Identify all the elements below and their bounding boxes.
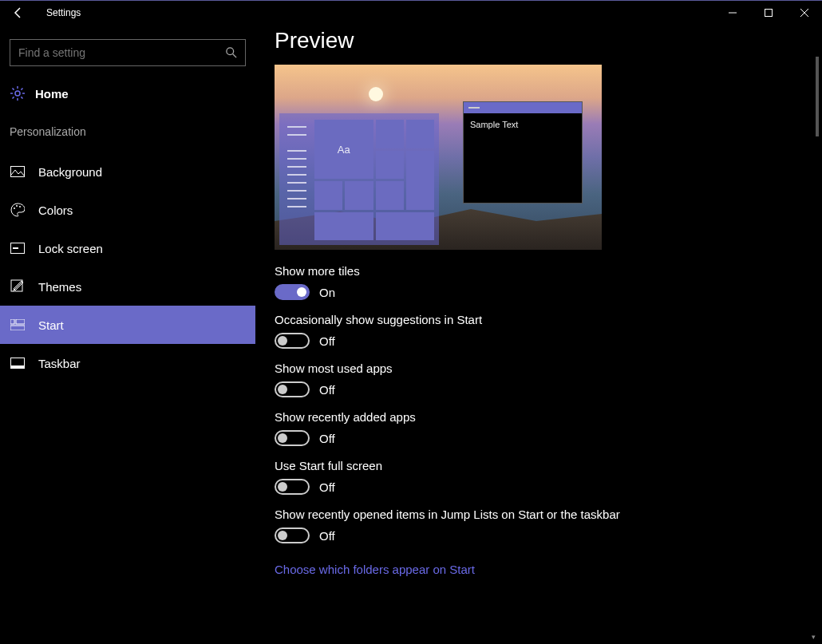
sidebar-item-label: Lock screen: [38, 242, 103, 255]
scroll-down-icon[interactable]: ▾: [812, 633, 820, 641]
toggle-full-screen[interactable]: [275, 479, 310, 495]
toggle-label-recently-added: Show recently added apps: [275, 410, 822, 424]
svg-rect-20: [13, 247, 18, 249]
preview-start-menu: Aa: [279, 113, 439, 245]
gear-icon: [10, 85, 26, 101]
preview-sample-window: Sample Text: [463, 101, 583, 203]
svg-rect-15: [11, 167, 25, 177]
toggle-label-more-tiles: Show more tiles: [275, 264, 822, 278]
maximize-icon: [765, 9, 773, 17]
scrollbar-thumb[interactable]: [816, 57, 819, 136]
toggle-jump-lists[interactable]: [275, 527, 310, 543]
sidebar-item-start[interactable]: Start: [0, 306, 255, 344]
palette-icon: [10, 202, 26, 218]
page-heading: Preview: [275, 28, 822, 53]
svg-line-11: [13, 89, 14, 90]
minimize-button[interactable]: [714, 1, 750, 25]
close-button[interactable]: [786, 1, 822, 25]
svg-rect-23: [16, 319, 25, 324]
sidebar: Home Personalization Background Colors L…: [0, 25, 255, 644]
toggle-label-suggestions: Occasionally show suggestions in Start: [275, 313, 822, 326]
back-button[interactable]: [6, 1, 30, 25]
toggle-state: Off: [319, 383, 335, 397]
toggle-state: Off: [319, 529, 335, 543]
window-title: Settings: [46, 7, 81, 18]
svg-point-6: [15, 91, 20, 96]
toggle-recently-added[interactable]: [275, 430, 310, 446]
picture-icon: [10, 164, 26, 180]
toggle-state: On: [319, 286, 335, 299]
svg-rect-1: [765, 10, 772, 17]
content-area: Preview Aa: [255, 25, 822, 644]
toggle-label-jump-lists: Show recently opened items in Jump Lists…: [275, 508, 822, 521]
svg-point-4: [227, 48, 234, 55]
sidebar-item-taskbar[interactable]: Taskbar: [0, 344, 255, 382]
close-icon: [800, 9, 808, 17]
sidebar-item-background[interactable]: Background: [0, 152, 255, 191]
taskbar-icon: [10, 355, 26, 371]
lockscreen-icon: [10, 240, 26, 256]
svg-line-5: [233, 54, 236, 57]
toggle-most-used[interactable]: [275, 381, 310, 397]
toggle-state: Off: [319, 334, 335, 348]
search-box[interactable]: [10, 39, 246, 66]
svg-rect-26: [11, 365, 25, 369]
search-input[interactable]: [18, 46, 226, 59]
home-nav[interactable]: Home: [0, 77, 255, 109]
home-label: Home: [35, 87, 69, 101]
search-icon: [226, 47, 237, 58]
svg-line-13: [13, 97, 14, 98]
sidebar-item-lockscreen[interactable]: Lock screen: [0, 229, 255, 267]
toggle-state: Off: [319, 432, 335, 445]
sidebar-item-label: Taskbar: [38, 357, 81, 370]
preview-image: Aa Sample Text: [275, 65, 602, 250]
svg-rect-22: [10, 319, 14, 324]
svg-rect-24: [10, 326, 25, 330]
sidebar-item-label: Background: [38, 165, 102, 179]
scrollbar[interactable]: ▾: [809, 25, 820, 644]
svg-point-18: [19, 206, 21, 207]
toggle-suggestions[interactable]: [275, 333, 310, 349]
start-icon: [10, 317, 26, 333]
folders-link[interactable]: Choose which folders appear on Start: [275, 563, 475, 576]
preview-tile-big: Aa: [314, 120, 373, 179]
svg-point-16: [14, 207, 15, 209]
toggle-label-full-screen: Use Start full screen: [275, 459, 822, 472]
sidebar-item-label: Colors: [38, 203, 73, 217]
sidebar-item-label: Themes: [38, 280, 81, 294]
themes-icon: [10, 279, 26, 294]
sidebar-item-themes[interactable]: Themes: [0, 267, 255, 306]
svg-point-17: [16, 205, 18, 207]
section-label: Personalization: [0, 117, 255, 152]
titlebar: Settings: [0, 1, 822, 25]
sidebar-item-label: Start: [38, 318, 64, 332]
toggle-label-most-used: Show most used apps: [275, 362, 822, 375]
toggle-more-tiles[interactable]: [275, 284, 310, 300]
toggle-state: Off: [319, 480, 335, 494]
maximize-button[interactable]: [750, 1, 786, 25]
preview-sample-text: Sample Text: [464, 113, 582, 136]
svg-line-12: [21, 97, 22, 98]
sidebar-item-colors[interactable]: Colors: [0, 191, 255, 229]
svg-line-14: [21, 89, 22, 90]
arrow-left-icon: [12, 6, 25, 19]
minimize-icon: [729, 9, 737, 17]
